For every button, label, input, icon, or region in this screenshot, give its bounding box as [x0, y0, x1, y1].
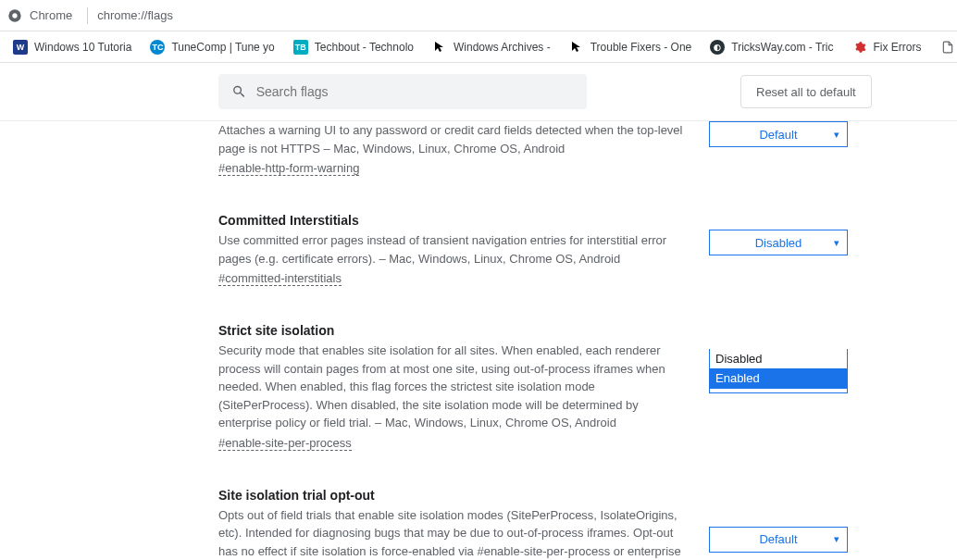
flag-hash-link[interactable]: #committed-interstitials	[218, 271, 342, 286]
flags-list: Attaches a warning UI to any password or…	[0, 121, 861, 560]
omnibox-url[interactable]: chrome://flags	[97, 8, 173, 22]
bookmark-item[interactable]: Trouble Fixers - One	[560, 36, 702, 58]
flag-select-value: Default	[759, 532, 797, 546]
flag-select[interactable]: Default	[709, 121, 848, 147]
site-icon: ◐	[710, 40, 725, 55]
bookmark-item[interactable]: W Windows 10 Tutoria	[4, 36, 141, 58]
site-icon: W	[13, 40, 28, 55]
bookmark-label: Windows Archives -	[454, 41, 551, 54]
flag-item: Committed Interstitials Use committed er…	[218, 176, 861, 286]
flag-select-value: Disabled	[755, 236, 802, 250]
bookmark-item[interactable]: ◐ TricksWay.com - Tric	[701, 36, 842, 58]
flag-item: Strict site isolation Security mode that…	[218, 286, 861, 451]
flags-header: Reset all to default	[0, 63, 957, 121]
flag-description: Use committed error pages instead of tra…	[218, 231, 690, 268]
flag-hash-link[interactable]: #enable-http-form-warning	[218, 161, 359, 176]
flag-select-dropdown: Disabled Enabled	[709, 349, 848, 389]
flag-item: Site isolation trial opt-out Opts out of…	[218, 451, 861, 561]
search-box[interactable]	[218, 74, 587, 109]
search-input[interactable]	[256, 84, 574, 99]
flag-title: Strict site isolation	[218, 323, 690, 338]
search-icon	[231, 83, 247, 100]
bookmark-label: Fix Errors	[874, 41, 922, 54]
bookmark-label: Techbout - Technolo	[315, 41, 414, 54]
reset-all-button[interactable]: Reset all to default	[740, 75, 872, 108]
flag-title: Committed Interstitials	[218, 213, 690, 228]
bookmark-label: TricksWay.com - Tric	[731, 41, 833, 54]
site-icon: TB	[293, 40, 308, 55]
page-icon	[940, 40, 955, 55]
flag-hash-link[interactable]: #enable-site-per-process	[218, 436, 352, 451]
site-icon: TC	[150, 40, 165, 55]
bookmark-item[interactable]: Fix W	[931, 36, 958, 58]
omnibox-divider	[87, 7, 88, 24]
bookmark-bar: W Windows 10 Tutoria TC TuneComp | Tune …	[0, 31, 957, 63]
flag-description: Attaches a warning UI to any password or…	[218, 121, 690, 157]
dropdown-option-disabled[interactable]: Disabled	[710, 349, 847, 368]
flag-description: Security mode that enables site isolatio…	[218, 342, 690, 432]
dropdown-option-enabled[interactable]: Enabled	[710, 368, 847, 388]
bookmark-item[interactable]: TB Techbout - Technolo	[284, 36, 423, 58]
flag-description: Opts out of field trials that enable sit…	[218, 506, 690, 561]
flag-select-value: Default	[759, 128, 797, 142]
svg-point-1	[12, 13, 17, 18]
bookmark-label: Windows 10 Tutoria	[34, 41, 131, 54]
omnibox-bar: Chrome chrome://flags	[0, 0, 957, 31]
flag-title: Site isolation trial opt-out	[218, 488, 690, 503]
cursor-icon	[569, 40, 584, 55]
flag-select[interactable]: Default	[709, 527, 848, 553]
chrome-label: Chrome	[30, 8, 72, 22]
gear-icon	[852, 40, 867, 55]
bookmark-item[interactable]: TC TuneComp | Tune yo	[141, 36, 283, 58]
bookmark-item[interactable]: Windows Archives -	[423, 36, 560, 58]
flag-select[interactable]: Disabled	[709, 230, 848, 255]
flag-item: Attaches a warning UI to any password or…	[218, 121, 861, 176]
bookmark-label: TuneComp | Tune yo	[171, 41, 274, 54]
chrome-icon	[7, 8, 22, 23]
cursor-icon	[432, 40, 447, 55]
bookmark-item[interactable]: Fix Errors	[843, 36, 931, 58]
bookmark-label: Trouble Fixers - One	[590, 41, 692, 54]
